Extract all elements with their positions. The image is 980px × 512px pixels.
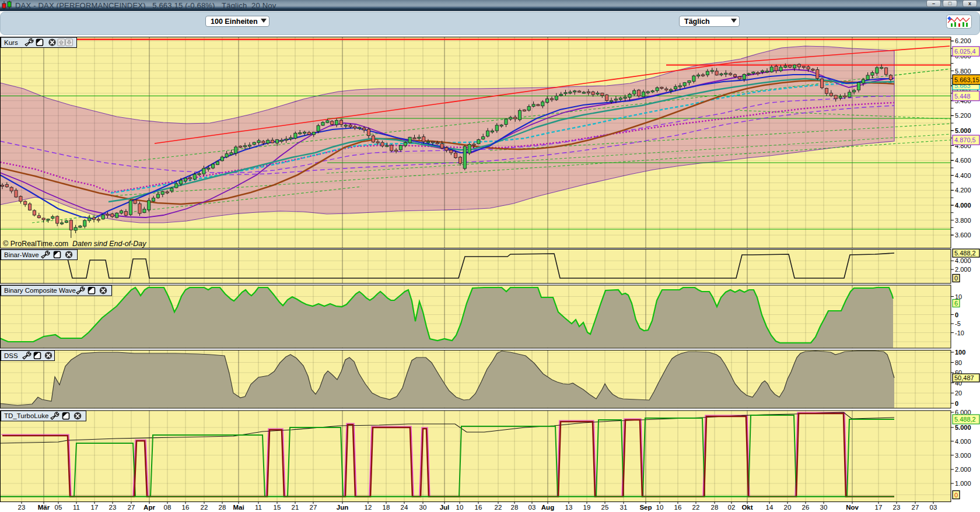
- svg-text:Sep: Sep: [639, 504, 652, 511]
- svg-text:4.600: 4.600: [955, 157, 971, 164]
- svg-text:© ProRealTime.com: © ProRealTime.com: [3, 240, 68, 248]
- svg-text:23: 23: [109, 504, 117, 511]
- svg-text:4.870,5: 4.870,5: [954, 136, 976, 143]
- svg-text:02: 02: [728, 504, 736, 511]
- svg-text:Daten sind End-of-Day: Daten sind End-of-Day: [72, 240, 146, 248]
- svg-text:12: 12: [365, 504, 372, 511]
- svg-text:0: 0: [955, 400, 958, 407]
- svg-text:2.000: 2.000: [955, 266, 971, 273]
- svg-text:0: 0: [954, 275, 958, 282]
- svg-text:10: 10: [955, 293, 962, 300]
- svg-text:23: 23: [18, 504, 26, 511]
- svg-text:Apr: Apr: [144, 504, 155, 511]
- svg-text:22: 22: [201, 504, 208, 511]
- svg-text:21: 21: [292, 504, 299, 511]
- svg-text:4.000: 4.000: [955, 202, 971, 209]
- svg-text:5.488,2: 5.488,2: [954, 416, 976, 423]
- svg-text:3.800: 3.800: [955, 217, 971, 224]
- svg-text:2.000: 2.000: [955, 466, 971, 473]
- svg-text:05: 05: [55, 504, 62, 511]
- svg-text:5.663,15: 5.663,15: [954, 76, 979, 83]
- svg-text:03: 03: [528, 504, 536, 511]
- svg-text:5.800: 5.800: [955, 68, 971, 75]
- svg-text:10: 10: [456, 504, 464, 511]
- svg-text:6: 6: [954, 300, 958, 307]
- svg-text:5.488,2: 5.488,2: [954, 250, 976, 257]
- svg-text:18: 18: [383, 504, 390, 511]
- svg-text:17: 17: [91, 504, 99, 511]
- svg-text:10: 10: [656, 504, 664, 511]
- svg-text:15: 15: [274, 504, 281, 511]
- svg-text:80: 80: [955, 359, 962, 366]
- svg-text:28: 28: [219, 504, 226, 511]
- svg-text:28: 28: [711, 504, 719, 511]
- svg-text:100: 100: [955, 349, 965, 356]
- svg-text:16: 16: [674, 504, 682, 511]
- svg-text:5.200: 5.200: [955, 112, 971, 119]
- svg-text:31: 31: [620, 504, 628, 511]
- svg-text:19: 19: [583, 504, 591, 511]
- svg-text:Nov: Nov: [846, 504, 859, 511]
- svg-text:17: 17: [875, 504, 883, 511]
- svg-text:-5: -5: [955, 320, 961, 327]
- svg-text:13: 13: [565, 504, 573, 511]
- svg-text:Aug: Aug: [541, 504, 554, 511]
- svg-text:14: 14: [766, 504, 774, 511]
- svg-text:11: 11: [73, 504, 80, 511]
- svg-text:03: 03: [930, 504, 937, 511]
- svg-text:4.200: 4.200: [955, 187, 971, 194]
- svg-text:5.000: 5.000: [955, 424, 971, 431]
- svg-text:4.000: 4.000: [955, 438, 971, 445]
- svg-text:Jun: Jun: [337, 504, 348, 511]
- svg-text:Binary Composite Wave: Binary Composite Wave: [4, 287, 76, 294]
- svg-text:26: 26: [802, 504, 810, 511]
- svg-text:Kurs: Kurs: [4, 39, 18, 46]
- svg-text:23: 23: [893, 504, 901, 511]
- svg-text:Jul: Jul: [440, 504, 450, 511]
- svg-text:DSS: DSS: [4, 352, 18, 359]
- svg-text:4.400: 4.400: [955, 172, 971, 179]
- svg-text:20: 20: [784, 504, 792, 511]
- svg-text:5.000: 5.000: [955, 127, 971, 134]
- svg-text:Binar-Wave: Binar-Wave: [4, 251, 39, 258]
- svg-text:16: 16: [475, 504, 482, 511]
- svg-text:24: 24: [401, 504, 408, 511]
- svg-text:22: 22: [692, 504, 700, 511]
- svg-text:30: 30: [419, 504, 427, 511]
- svg-text:16: 16: [182, 504, 190, 511]
- svg-text:27: 27: [310, 504, 317, 511]
- svg-text:08: 08: [164, 504, 172, 511]
- svg-text:Mai: Mai: [233, 504, 244, 511]
- svg-text:5.448: 5.448: [954, 93, 971, 100]
- svg-text:27: 27: [128, 504, 135, 511]
- svg-text:27: 27: [912, 504, 919, 511]
- svg-text:0: 0: [954, 492, 958, 499]
- svg-text:0: 0: [955, 311, 958, 318]
- svg-text:3.600: 3.600: [955, 232, 971, 239]
- svg-text:6.200: 6.200: [955, 37, 971, 44]
- svg-text:20: 20: [955, 390, 962, 397]
- svg-text:4.000: 4.000: [955, 257, 971, 264]
- svg-text:25: 25: [601, 504, 609, 511]
- svg-text:3.000: 3.000: [955, 452, 971, 459]
- svg-text:-10: -10: [955, 329, 964, 336]
- svg-text:11: 11: [255, 504, 262, 511]
- svg-text:30: 30: [820, 504, 828, 511]
- svg-text:28: 28: [511, 504, 519, 511]
- svg-text:TD_TurboLuke: TD_TurboLuke: [4, 412, 48, 419]
- svg-text:Mär: Mär: [38, 504, 50, 511]
- svg-text:22: 22: [495, 504, 502, 511]
- svg-text:Okt: Okt: [741, 504, 752, 511]
- svg-text:6.025,4: 6.025,4: [954, 48, 976, 55]
- svg-text:50,487: 50,487: [954, 374, 974, 381]
- svg-text:1.000: 1.000: [955, 480, 971, 487]
